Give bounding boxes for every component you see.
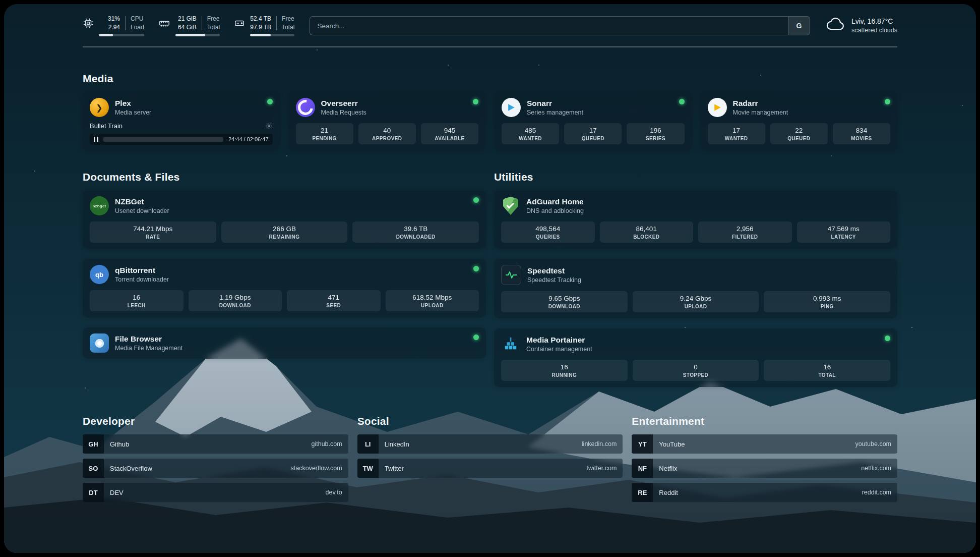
bookmark-name: Github bbox=[110, 440, 129, 448]
app-card-nzbget[interactable]: nzbget NZBGet Usenet downloader 744.21 M… bbox=[83, 190, 486, 249]
bookmark-linkedin[interactable]: LI LinkedIn linkedin.com bbox=[357, 434, 623, 454]
cpu-usage-bar bbox=[99, 34, 144, 36]
stat-label: RUNNING bbox=[503, 372, 626, 378]
app-card-speedtest[interactable]: Speedtest Speedtest Tracking 9.65 Gbps D… bbox=[494, 259, 897, 318]
section-title-media: Media bbox=[83, 73, 897, 85]
stat-value: 39.6 TB bbox=[354, 225, 477, 233]
stat-label: APPROVED bbox=[360, 136, 414, 141]
stat-stopped: 0 STOPPED bbox=[633, 360, 759, 381]
stat-value: 9.24 Gbps bbox=[635, 295, 757, 302]
bookmark-reddit[interactable]: RE Reddit reddit.com bbox=[632, 483, 897, 502]
plex-icon bbox=[90, 98, 109, 117]
nzbget-icon-text: nzbget bbox=[93, 204, 106, 208]
filebrowser-icon bbox=[90, 333, 109, 353]
stat-series: 196 SERIES bbox=[627, 123, 684, 144]
stats-row: 485 WANTED 17 QUEUED 196 SERIES bbox=[502, 123, 685, 144]
stat-label: MOVIES bbox=[835, 136, 888, 141]
progress-track bbox=[103, 137, 223, 142]
section-title-utilities: Utilities bbox=[494, 171, 897, 183]
stat-blocked: 86,401 BLOCKED bbox=[600, 221, 694, 243]
cpu-label: CPU bbox=[131, 15, 144, 23]
bookmark-group-title: Social bbox=[357, 415, 623, 427]
stat-queued: 17 QUEUED bbox=[564, 123, 622, 144]
stat-seed: 471 SEED bbox=[287, 290, 381, 311]
app-name: Speedtest bbox=[527, 266, 581, 275]
bookmark-name: DEV bbox=[110, 489, 124, 496]
stats-row: 17 WANTED 22 QUEUED 834 MOVIES bbox=[708, 123, 891, 144]
app-card-portainer[interactable]: Media Portainer Container management 16 … bbox=[494, 328, 897, 387]
app-desc: Container management bbox=[526, 346, 592, 353]
bookmark-name: StackOverflow bbox=[110, 465, 152, 472]
stat-value: 9.65 Gbps bbox=[503, 295, 626, 302]
disk-free: 52.4 TB bbox=[250, 15, 271, 23]
app-card-plex[interactable]: Plex Media server Bullet Train 24:44 / bbox=[83, 92, 280, 151]
playback-time: 24:44 / 02:06:47 bbox=[228, 136, 269, 142]
player-seekbar[interactable]: 24:44 / 02:06:47 bbox=[90, 134, 273, 145]
gear-icon[interactable] bbox=[265, 122, 273, 130]
stat-label: REMAINING bbox=[223, 234, 346, 240]
stat-value: 21 bbox=[298, 127, 351, 134]
top-bar: 31% 2.94 CPU Load bbox=[83, 4, 897, 36]
status-online-dot bbox=[473, 266, 479, 271]
bookmark-stackoverflow[interactable]: SO StackOverflow stackoverflow.com bbox=[83, 459, 348, 478]
ram-free-label: Free bbox=[207, 15, 220, 23]
stat-label: WANTED bbox=[504, 136, 557, 141]
bookmark-github[interactable]: GH Github github.com bbox=[83, 434, 348, 454]
bookmark-group-entertainment: Entertainment YT YouTube youtube.com NF … bbox=[632, 415, 897, 502]
stat-label: TOTAL bbox=[766, 372, 888, 378]
cpu-chip-icon bbox=[83, 18, 94, 31]
search-bar: G bbox=[310, 16, 810, 35]
disk-total-label: Total bbox=[282, 24, 294, 31]
status-online-dot bbox=[885, 336, 890, 341]
app-desc: Speedtest Tracking bbox=[527, 276, 581, 284]
cloud-icon bbox=[825, 17, 845, 34]
stat-label: LATENCY bbox=[799, 234, 889, 240]
status-online-dot bbox=[473, 197, 479, 203]
app-card-overseerr[interactable]: Overseerr Media Requests 21 PENDING 40 A… bbox=[289, 92, 486, 151]
bookmark-abbr: YT bbox=[632, 434, 653, 454]
weather-widget: Lviv, 16.87°C scattered clouds bbox=[825, 17, 897, 35]
stat-label: UPLOAD bbox=[635, 304, 757, 309]
app-card-radarr[interactable]: Radarr Movie management 17 WANTED 22 QUE… bbox=[701, 92, 898, 151]
app-desc: Media File Management bbox=[115, 345, 182, 352]
stat-upload: 618.52 Mbps UPLOAD bbox=[386, 290, 479, 311]
bookmark-twitter[interactable]: TW Twitter twitter.com bbox=[357, 459, 623, 478]
ram-widget: 21 GiB 64 GiB Free Total bbox=[158, 15, 220, 36]
stat-value: 2,956 bbox=[700, 225, 790, 233]
bookmark-group-title: Developer bbox=[83, 415, 348, 427]
bookmark-group-developer: Developer GH Github github.com SO StackO… bbox=[83, 415, 348, 502]
stat-pending: 21 PENDING bbox=[296, 123, 353, 144]
pause-button[interactable] bbox=[94, 137, 98, 142]
bookmark-abbr: TW bbox=[357, 459, 379, 478]
app-card-sonarr[interactable]: Sonarr Series management 485 WANTED 17 Q… bbox=[495, 92, 692, 151]
app-card-filebrowser[interactable]: File Browser Media File Management bbox=[83, 327, 486, 359]
section-utilities: Utilities AdGuard Home DNS and adblockin… bbox=[494, 171, 897, 387]
stat-label: DOWNLOAD bbox=[503, 304, 626, 309]
search-input[interactable] bbox=[310, 17, 788, 35]
portainer-icon bbox=[501, 335, 520, 354]
stat-queries: 498,564 QUERIES bbox=[501, 221, 595, 243]
bookmark-abbr: GH bbox=[83, 434, 104, 454]
stat-latency: 47.569 ms LATENCY bbox=[797, 221, 891, 243]
stat-wanted: 485 WANTED bbox=[502, 123, 559, 144]
stat-label: AVAILABLE bbox=[423, 136, 476, 141]
bookmark-name: YouTube bbox=[659, 440, 685, 448]
stat-value: 47.569 ms bbox=[799, 225, 889, 233]
bookmark-abbr: SO bbox=[83, 459, 104, 478]
app-card-adguard[interactable]: AdGuard Home DNS and adblocking 498,564 … bbox=[494, 190, 897, 249]
app-name: Overseerr bbox=[321, 99, 366, 108]
bookmark-url: reddit.com bbox=[862, 489, 891, 496]
stat-available: 945 AVAILABLE bbox=[421, 123, 478, 144]
bookmark-netflix[interactable]: NF Netflix netflix.com bbox=[632, 459, 897, 478]
stat-label: PENDING bbox=[298, 136, 351, 141]
bookmark-youtube[interactable]: YT YouTube youtube.com bbox=[632, 434, 897, 454]
search-engine-button[interactable]: G bbox=[788, 17, 810, 35]
bookmark-group-social: Social LI LinkedIn linkedin.com TW Twitt… bbox=[357, 415, 623, 502]
bookmark-dev[interactable]: DT DEV dev.to bbox=[83, 483, 348, 502]
overseerr-swirl bbox=[296, 98, 315, 117]
status-online-dot bbox=[267, 99, 273, 104]
app-card-qbittorrent[interactable]: qb qBittorrent Torrent downloader 16 LEE… bbox=[83, 259, 486, 317]
stat-value: 744.21 Mbps bbox=[92, 225, 214, 233]
stat-value: 40 bbox=[360, 127, 414, 134]
speedtest-icon bbox=[501, 265, 521, 285]
